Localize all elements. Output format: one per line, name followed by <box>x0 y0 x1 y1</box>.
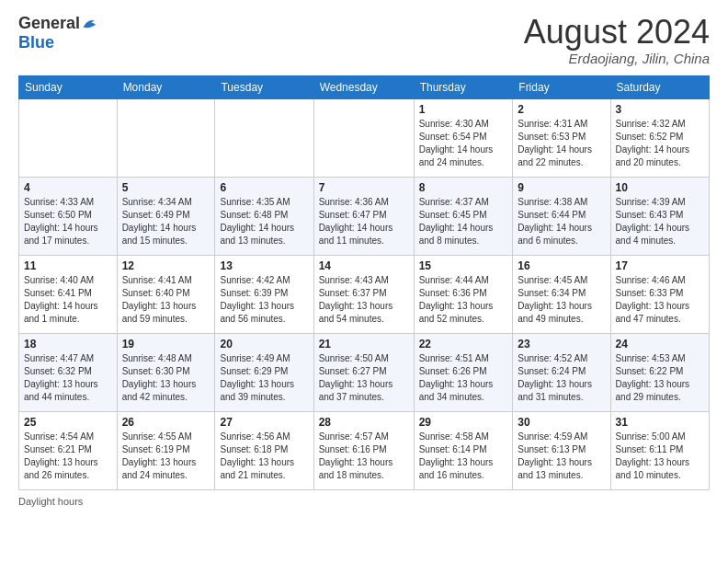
day-number: 4 <box>24 181 112 194</box>
col-tuesday: Tuesday <box>215 75 313 98</box>
header: General Blue August 2024 Erdaojiang, Jil… <box>18 14 710 66</box>
day-number: 10 <box>616 181 704 194</box>
day-info: Sunrise: 4:42 AM Sunset: 6:39 PM Dayligh… <box>220 274 308 326</box>
calendar-header-row: Sunday Monday Tuesday Wednesday Thursday… <box>19 75 710 98</box>
calendar-cell-w3-d7: 17Sunrise: 4:46 AM Sunset: 6:33 PM Dayli… <box>610 255 709 333</box>
calendar-cell-w3-d3: 13Sunrise: 4:42 AM Sunset: 6:39 PM Dayli… <box>215 255 313 333</box>
calendar-week-2: 4Sunrise: 4:33 AM Sunset: 6:50 PM Daylig… <box>19 177 710 255</box>
calendar-cell-w5-d1: 25Sunrise: 4:54 AM Sunset: 6:21 PM Dayli… <box>19 411 118 489</box>
day-number: 30 <box>518 416 605 429</box>
logo: General Blue <box>18 14 98 52</box>
daylight-label: Daylight hours <box>18 496 83 507</box>
day-number: 9 <box>518 181 605 194</box>
day-number: 7 <box>319 181 409 194</box>
logo-bird-icon <box>82 16 98 32</box>
day-info: Sunrise: 4:45 AM Sunset: 6:34 PM Dayligh… <box>518 274 605 326</box>
col-monday: Monday <box>117 75 215 98</box>
calendar-week-5: 25Sunrise: 4:54 AM Sunset: 6:21 PM Dayli… <box>19 411 710 489</box>
calendar-cell-w2-d6: 9Sunrise: 4:38 AM Sunset: 6:44 PM Daylig… <box>513 177 610 255</box>
day-number: 6 <box>220 181 308 194</box>
calendar-cell-w3-d5: 15Sunrise: 4:44 AM Sunset: 6:36 PM Dayli… <box>414 255 513 333</box>
day-info: Sunrise: 4:50 AM Sunset: 6:27 PM Dayligh… <box>319 352 409 404</box>
day-info: Sunrise: 4:35 AM Sunset: 6:48 PM Dayligh… <box>220 196 308 247</box>
day-info: Sunrise: 4:44 AM Sunset: 6:36 PM Dayligh… <box>419 274 508 326</box>
calendar-cell-w2-d4: 7Sunrise: 4:36 AM Sunset: 6:47 PM Daylig… <box>313 177 414 255</box>
day-info: Sunrise: 5:00 AM Sunset: 6:11 PM Dayligh… <box>616 431 704 482</box>
day-info: Sunrise: 4:54 AM Sunset: 6:21 PM Dayligh… <box>24 431 112 482</box>
calendar-cell-w2-d1: 4Sunrise: 4:33 AM Sunset: 6:50 PM Daylig… <box>19 177 118 255</box>
day-info: Sunrise: 4:53 AM Sunset: 6:22 PM Dayligh… <box>616 352 704 404</box>
logo-general-text: General <box>18 14 80 33</box>
day-info: Sunrise: 4:52 AM Sunset: 6:24 PM Dayligh… <box>518 352 605 404</box>
col-wednesday: Wednesday <box>313 75 414 98</box>
day-number: 26 <box>122 416 210 429</box>
day-info: Sunrise: 4:48 AM Sunset: 6:30 PM Dayligh… <box>122 352 210 404</box>
day-info: Sunrise: 4:30 AM Sunset: 6:54 PM Dayligh… <box>419 118 508 169</box>
calendar-cell-w5-d5: 29Sunrise: 4:58 AM Sunset: 6:14 PM Dayli… <box>414 411 513 489</box>
day-info: Sunrise: 4:56 AM Sunset: 6:18 PM Dayligh… <box>220 431 308 482</box>
calendar-cell-w3-d4: 14Sunrise: 4:43 AM Sunset: 6:37 PM Dayli… <box>313 255 414 333</box>
day-number: 23 <box>518 338 605 350</box>
calendar-cell-w4-d6: 23Sunrise: 4:52 AM Sunset: 6:24 PM Dayli… <box>513 333 610 411</box>
day-number: 31 <box>616 416 704 429</box>
calendar-week-1: 1Sunrise: 4:30 AM Sunset: 6:54 PM Daylig… <box>19 98 710 177</box>
day-number: 15 <box>419 259 508 272</box>
col-saturday: Saturday <box>610 75 709 98</box>
calendar-week-3: 11Sunrise: 4:40 AM Sunset: 6:41 PM Dayli… <box>19 255 710 333</box>
calendar-cell-w2-d5: 8Sunrise: 4:37 AM Sunset: 6:45 PM Daylig… <box>414 177 513 255</box>
calendar-cell-w3-d2: 12Sunrise: 4:41 AM Sunset: 6:40 PM Dayli… <box>117 255 215 333</box>
day-info: Sunrise: 4:31 AM Sunset: 6:53 PM Dayligh… <box>518 118 605 169</box>
day-info: Sunrise: 4:34 AM Sunset: 6:49 PM Dayligh… <box>122 196 210 247</box>
day-info: Sunrise: 4:49 AM Sunset: 6:29 PM Dayligh… <box>220 352 308 404</box>
calendar-cell-w1-d3 <box>215 98 313 177</box>
day-info: Sunrise: 4:38 AM Sunset: 6:44 PM Dayligh… <box>518 196 605 247</box>
day-info: Sunrise: 4:37 AM Sunset: 6:45 PM Dayligh… <box>419 196 508 247</box>
calendar-cell-w3-d1: 11Sunrise: 4:40 AM Sunset: 6:41 PM Dayli… <box>19 255 118 333</box>
day-info: Sunrise: 4:58 AM Sunset: 6:14 PM Dayligh… <box>419 431 508 482</box>
month-title: August 2024 <box>524 14 710 51</box>
calendar-cell-w2-d7: 10Sunrise: 4:39 AM Sunset: 6:43 PM Dayli… <box>610 177 709 255</box>
day-info: Sunrise: 4:59 AM Sunset: 6:13 PM Dayligh… <box>518 431 605 482</box>
calendar-cell-w1-d1 <box>19 98 118 177</box>
col-thursday: Thursday <box>414 75 513 98</box>
day-info: Sunrise: 4:40 AM Sunset: 6:41 PM Dayligh… <box>24 274 112 326</box>
calendar-cell-w5-d3: 27Sunrise: 4:56 AM Sunset: 6:18 PM Dayli… <box>215 411 313 489</box>
day-number: 29 <box>419 416 508 429</box>
day-info: Sunrise: 4:39 AM Sunset: 6:43 PM Dayligh… <box>616 196 704 247</box>
calendar-cell-w4-d1: 18Sunrise: 4:47 AM Sunset: 6:32 PM Dayli… <box>19 333 118 411</box>
calendar-cell-w4-d3: 20Sunrise: 4:49 AM Sunset: 6:29 PM Dayli… <box>215 333 313 411</box>
calendar-cell-w5-d7: 31Sunrise: 5:00 AM Sunset: 6:11 PM Dayli… <box>610 411 709 489</box>
day-info: Sunrise: 4:46 AM Sunset: 6:33 PM Dayligh… <box>616 274 704 326</box>
day-number: 1 <box>419 103 508 116</box>
day-number: 18 <box>24 338 112 350</box>
calendar-cell-w1-d2 <box>117 98 215 177</box>
day-info: Sunrise: 4:57 AM Sunset: 6:16 PM Dayligh… <box>319 431 409 482</box>
calendar-cell-w3-d6: 16Sunrise: 4:45 AM Sunset: 6:34 PM Dayli… <box>513 255 610 333</box>
calendar-cell-w5-d4: 28Sunrise: 4:57 AM Sunset: 6:16 PM Dayli… <box>313 411 414 489</box>
calendar-cell-w2-d2: 5Sunrise: 4:34 AM Sunset: 6:49 PM Daylig… <box>117 177 215 255</box>
calendar-cell-w4-d2: 19Sunrise: 4:48 AM Sunset: 6:30 PM Dayli… <box>117 333 215 411</box>
day-number: 25 <box>24 416 112 429</box>
day-number: 14 <box>319 259 409 272</box>
day-info: Sunrise: 4:32 AM Sunset: 6:52 PM Dayligh… <box>616 118 704 169</box>
calendar-cell-w1-d5: 1Sunrise: 4:30 AM Sunset: 6:54 PM Daylig… <box>414 98 513 177</box>
day-number: 20 <box>220 338 308 350</box>
calendar-table: Sunday Monday Tuesday Wednesday Thursday… <box>18 75 710 490</box>
calendar-cell-w1-d6: 2Sunrise: 4:31 AM Sunset: 6:53 PM Daylig… <box>513 98 610 177</box>
day-info: Sunrise: 4:51 AM Sunset: 6:26 PM Dayligh… <box>419 352 508 404</box>
title-section: August 2024 Erdaojiang, Jilin, China <box>524 14 710 66</box>
calendar-cell-w1-d4 <box>313 98 414 177</box>
calendar-cell-w2-d3: 6Sunrise: 4:35 AM Sunset: 6:48 PM Daylig… <box>215 177 313 255</box>
day-number: 17 <box>616 259 704 272</box>
calendar-cell-w4-d5: 22Sunrise: 4:51 AM Sunset: 6:26 PM Dayli… <box>414 333 513 411</box>
calendar-cell-w4-d4: 21Sunrise: 4:50 AM Sunset: 6:27 PM Dayli… <box>313 333 414 411</box>
calendar-cell-w5-d6: 30Sunrise: 4:59 AM Sunset: 6:13 PM Dayli… <box>513 411 610 489</box>
day-number: 2 <box>518 103 605 116</box>
day-number: 8 <box>419 181 508 194</box>
day-number: 16 <box>518 259 605 272</box>
logo-blue-text: Blue <box>18 33 54 52</box>
day-info: Sunrise: 4:47 AM Sunset: 6:32 PM Dayligh… <box>24 352 112 404</box>
footer: Daylight hours <box>18 496 710 507</box>
day-number: 3 <box>616 103 704 116</box>
calendar-cell-w1-d7: 3Sunrise: 4:32 AM Sunset: 6:52 PM Daylig… <box>610 98 709 177</box>
